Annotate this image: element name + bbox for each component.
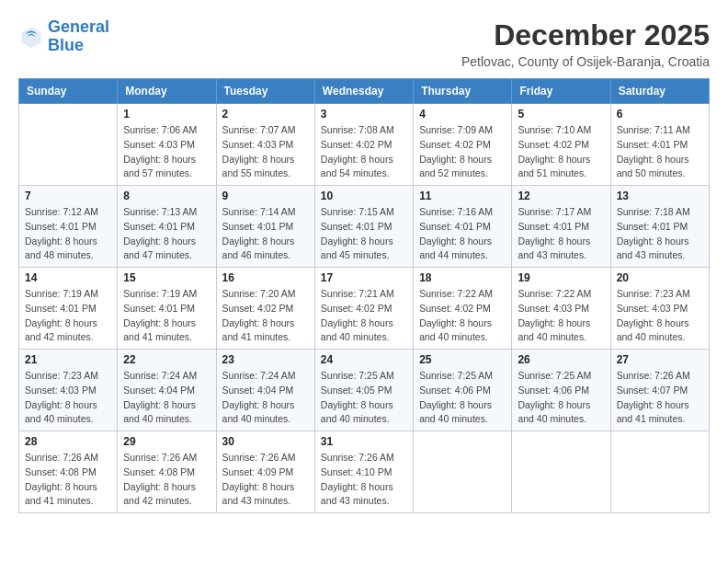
- calendar-cell: [19, 104, 118, 186]
- calendar-cell: 27Sunrise: 7:26 AMSunset: 4:07 PMDayligh…: [610, 350, 709, 431]
- day-info: Sunrise: 7:09 AMSunset: 4:02 PMDaylight:…: [419, 123, 506, 181]
- day-info: Sunrise: 7:15 AMSunset: 4:01 PMDaylight:…: [321, 205, 407, 263]
- calendar-cell: 31Sunrise: 7:26 AMSunset: 4:10 PMDayligh…: [314, 431, 413, 513]
- day-number: 27: [617, 353, 703, 366]
- weekday-header-row: SundayMondayTuesdayWednesdayThursdayFrid…: [19, 79, 710, 104]
- header-thursday: Thursday: [414, 79, 512, 104]
- day-info: Sunrise: 7:26 AMSunset: 4:08 PMDaylight:…: [25, 451, 111, 509]
- day-number: 15: [123, 271, 210, 284]
- calendar-cell: 20Sunrise: 7:23 AMSunset: 4:03 PMDayligh…: [610, 268, 709, 350]
- day-info: Sunrise: 7:25 AMSunset: 4:06 PMDaylight:…: [419, 369, 506, 427]
- header-friday: Friday: [512, 79, 610, 104]
- day-number: 28: [25, 435, 111, 448]
- day-number: 13: [617, 190, 703, 202]
- day-info: Sunrise: 7:08 AMSunset: 4:02 PMDaylight:…: [321, 123, 407, 181]
- day-info: Sunrise: 7:07 AMSunset: 4:03 PMDaylight:…: [222, 123, 309, 181]
- calendar-cell: 4Sunrise: 7:09 AMSunset: 4:02 PMDaylight…: [414, 104, 512, 186]
- calendar-cell: 17Sunrise: 7:21 AMSunset: 4:02 PMDayligh…: [314, 268, 413, 350]
- day-info: Sunrise: 7:22 AMSunset: 4:03 PMDaylight:…: [518, 287, 604, 345]
- header-saturday: Saturday: [610, 79, 709, 104]
- day-info: Sunrise: 7:18 AMSunset: 4:01 PMDaylight:…: [617, 205, 703, 263]
- day-info: Sunrise: 7:25 AMSunset: 4:05 PMDaylight:…: [321, 369, 407, 427]
- calendar-cell: 22Sunrise: 7:24 AMSunset: 4:04 PMDayligh…: [118, 350, 216, 431]
- header-wednesday: Wednesday: [314, 79, 413, 104]
- calendar-cell: 23Sunrise: 7:24 AMSunset: 4:04 PMDayligh…: [216, 350, 314, 431]
- day-info: Sunrise: 7:23 AMSunset: 4:03 PMDaylight:…: [617, 287, 703, 345]
- header-sunday: Sunday: [19, 79, 118, 104]
- logo-text: General Blue: [48, 18, 109, 55]
- day-info: Sunrise: 7:12 AMSunset: 4:01 PMDaylight:…: [25, 205, 111, 263]
- calendar-cell: 2Sunrise: 7:07 AMSunset: 4:03 PMDaylight…: [216, 104, 314, 186]
- calendar-cell: [610, 431, 709, 513]
- logo: General Blue: [18, 18, 109, 55]
- calendar-cell: 13Sunrise: 7:18 AMSunset: 4:01 PMDayligh…: [610, 186, 709, 268]
- day-number: 24: [321, 353, 407, 366]
- calendar-cell: 30Sunrise: 7:26 AMSunset: 4:09 PMDayligh…: [216, 431, 314, 513]
- day-info: Sunrise: 7:13 AMSunset: 4:01 PMDaylight:…: [123, 205, 210, 263]
- day-number: 12: [518, 190, 604, 202]
- calendar-cell: 28Sunrise: 7:26 AMSunset: 4:08 PMDayligh…: [19, 431, 118, 513]
- calendar-cell: 8Sunrise: 7:13 AMSunset: 4:01 PMDaylight…: [118, 186, 216, 268]
- day-info: Sunrise: 7:22 AMSunset: 4:02 PMDaylight:…: [419, 287, 506, 345]
- calendar-cell: 10Sunrise: 7:15 AMSunset: 4:01 PMDayligh…: [314, 186, 413, 268]
- week-row-1: 1Sunrise: 7:06 AMSunset: 4:03 PMDaylight…: [19, 104, 710, 186]
- calendar-cell: 7Sunrise: 7:12 AMSunset: 4:01 PMDaylight…: [19, 186, 118, 268]
- day-info: Sunrise: 7:10 AMSunset: 4:02 PMDaylight:…: [518, 123, 604, 181]
- day-number: 18: [419, 271, 506, 284]
- calendar-cell: 19Sunrise: 7:22 AMSunset: 4:03 PMDayligh…: [512, 268, 610, 350]
- calendar-cell: 16Sunrise: 7:20 AMSunset: 4:02 PMDayligh…: [216, 268, 314, 350]
- day-info: Sunrise: 7:26 AMSunset: 4:07 PMDaylight:…: [617, 369, 703, 427]
- calendar-cell: [512, 431, 610, 513]
- day-number: 3: [321, 108, 407, 121]
- day-number: 23: [222, 353, 309, 366]
- calendar-cell: 9Sunrise: 7:14 AMSunset: 4:01 PMDaylight…: [216, 186, 314, 268]
- day-number: 26: [518, 353, 604, 366]
- day-number: 21: [25, 353, 111, 366]
- day-number: 6: [617, 108, 703, 121]
- day-number: 30: [222, 435, 309, 448]
- calendar-cell: 18Sunrise: 7:22 AMSunset: 4:02 PMDayligh…: [414, 268, 512, 350]
- day-number: 22: [123, 353, 210, 366]
- day-number: 29: [123, 435, 210, 448]
- day-info: Sunrise: 7:19 AMSunset: 4:01 PMDaylight:…: [25, 287, 111, 345]
- day-info: Sunrise: 7:20 AMSunset: 4:02 PMDaylight:…: [222, 287, 309, 345]
- week-row-3: 14Sunrise: 7:19 AMSunset: 4:01 PMDayligh…: [19, 268, 710, 350]
- day-info: Sunrise: 7:26 AMSunset: 4:10 PMDaylight:…: [321, 451, 407, 509]
- week-row-2: 7Sunrise: 7:12 AMSunset: 4:01 PMDaylight…: [19, 186, 710, 268]
- day-info: Sunrise: 7:26 AMSunset: 4:08 PMDaylight:…: [123, 451, 210, 509]
- day-number: 14: [25, 271, 111, 284]
- day-info: Sunrise: 7:19 AMSunset: 4:01 PMDaylight:…: [123, 287, 210, 345]
- day-info: Sunrise: 7:11 AMSunset: 4:01 PMDaylight:…: [617, 123, 703, 181]
- header-tuesday: Tuesday: [216, 79, 314, 104]
- calendar-table: SundayMondayTuesdayWednesdayThursdayFrid…: [18, 78, 710, 513]
- logo-line2: Blue: [48, 36, 84, 54]
- day-info: Sunrise: 7:25 AMSunset: 4:06 PMDaylight:…: [518, 369, 604, 427]
- calendar-cell: 3Sunrise: 7:08 AMSunset: 4:02 PMDaylight…: [314, 104, 413, 186]
- day-number: 4: [419, 108, 506, 121]
- calendar-cell: 21Sunrise: 7:23 AMSunset: 4:03 PMDayligh…: [19, 350, 118, 431]
- calendar-cell: 24Sunrise: 7:25 AMSunset: 4:05 PMDayligh…: [314, 350, 413, 431]
- calendar-cell: 5Sunrise: 7:10 AMSunset: 4:02 PMDaylight…: [512, 104, 610, 186]
- day-info: Sunrise: 7:24 AMSunset: 4:04 PMDaylight:…: [123, 369, 210, 427]
- day-info: Sunrise: 7:17 AMSunset: 4:01 PMDaylight:…: [518, 205, 604, 263]
- day-number: 20: [617, 271, 703, 284]
- day-number: 1: [123, 108, 210, 121]
- calendar-cell: [414, 431, 512, 513]
- day-info: Sunrise: 7:16 AMSunset: 4:01 PMDaylight:…: [419, 205, 506, 263]
- day-info: Sunrise: 7:26 AMSunset: 4:09 PMDaylight:…: [222, 451, 309, 509]
- logo-icon: [18, 24, 44, 50]
- day-number: 19: [518, 271, 604, 284]
- day-number: 31: [321, 435, 407, 448]
- day-number: 17: [321, 271, 407, 284]
- day-number: 16: [222, 271, 309, 284]
- calendar-cell: 12Sunrise: 7:17 AMSunset: 4:01 PMDayligh…: [512, 186, 610, 268]
- day-info: Sunrise: 7:06 AMSunset: 4:03 PMDaylight:…: [123, 123, 210, 181]
- week-row-5: 28Sunrise: 7:26 AMSunset: 4:08 PMDayligh…: [19, 431, 710, 513]
- day-number: 25: [419, 353, 506, 366]
- day-info: Sunrise: 7:24 AMSunset: 4:04 PMDaylight:…: [222, 369, 309, 427]
- calendar-cell: 26Sunrise: 7:25 AMSunset: 4:06 PMDayligh…: [512, 350, 610, 431]
- month-year-title: December 2025: [461, 18, 710, 52]
- calendar-cell: 14Sunrise: 7:19 AMSunset: 4:01 PMDayligh…: [19, 268, 118, 350]
- location-subtitle: Petlovac, County of Osijek-Baranja, Croa…: [461, 54, 710, 69]
- day-number: 8: [123, 190, 210, 202]
